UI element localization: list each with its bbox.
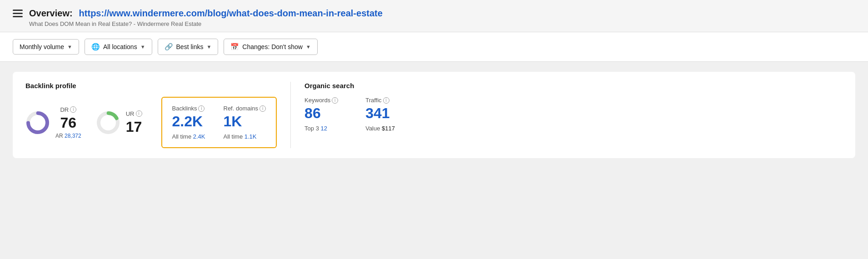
backlinks-value: 2.2K [172,114,205,130]
globe-icon: 🌐 [91,43,100,51]
chevron-down-icon: ▼ [206,44,211,50]
ur-metric: UR i 17 [96,110,142,135]
ur-values: UR i 17 [126,110,142,135]
header: Overview: https://www.windermere.com/blo… [0,0,868,32]
section-divider [290,82,291,148]
ur-donut-chart [96,110,120,135]
main-content: Backlink profile DR i 76 [0,62,868,168]
all-locations-label: All locations [103,43,137,50]
calendar-icon: 📅 [230,43,239,51]
ref-domains-info-icon[interactable]: i [259,105,266,112]
dr-sub: AR 28,372 [55,133,81,139]
keywords-metric: Keywords i 86 Top 3 12 [304,97,338,132]
backlink-metrics-row: DR i 76 AR 28,372 [25,97,277,148]
backlink-profile-section: Backlink profile DR i 76 [25,82,277,148]
keywords-label: Keywords i [304,97,338,104]
link-icon: 🔗 [165,43,173,51]
monthly-volume-button[interactable]: Monthly volume ▼ [13,39,79,55]
backlinks-alltime-value: 2.4K [193,133,205,140]
monthly-volume-label: Monthly volume [20,43,64,50]
traffic-label: Traffic i [365,97,395,104]
traffic-value-value: $117 [382,125,395,132]
chevron-down-icon: ▼ [140,44,145,50]
ur-value: 17 [126,119,142,135]
traffic-metric: Traffic i 341 Value $117 [365,97,395,132]
chevron-down-icon: ▼ [67,44,72,50]
organic-search-section: Organic search Keywords i 86 Top 3 12 [304,82,843,132]
best-links-button[interactable]: 🔗 Best links ▼ [158,39,219,55]
ref-domains-metric: Ref. domains i 1K All time 1.1K [224,105,266,140]
ur-label: UR i [126,110,142,117]
ar-value: 28,372 [65,133,81,139]
ref-domains-value: 1K [224,114,266,130]
dr-donut-chart [25,110,50,135]
hamburger-menu[interactable] [13,10,23,17]
backlinks-info-icon[interactable]: i [198,105,205,112]
traffic-value: 341 [365,105,395,121]
backlinks-refdomains-box: Backlinks i 2.2K All time 2.4K Ref. doma… [161,97,277,148]
organic-metrics-row: Keywords i 86 Top 3 12 Traffic i 341 [304,97,843,132]
page-url-link[interactable]: https://www.windermere.com/blog/what-doe… [79,8,383,19]
keywords-info-icon[interactable]: i [332,97,338,104]
keywords-value: 86 [304,105,338,121]
ref-domains-label: Ref. domains i [224,105,266,112]
all-locations-button[interactable]: 🌐 All locations ▼ [85,39,152,55]
ref-domains-alltime: All time 1.1K [224,133,266,140]
metrics-card: Backlink profile DR i 76 [13,72,855,158]
header-top: Overview: https://www.windermere.com/blo… [13,8,855,19]
changes-label: Changes: Don't show [242,43,303,50]
backlink-profile-title: Backlink profile [25,82,277,90]
changes-button[interactable]: 📅 Changes: Don't show ▼ [224,39,318,55]
traffic-sub: Value $117 [365,125,395,132]
traffic-info-icon[interactable]: i [383,97,389,104]
backlinks-metric: Backlinks i 2.2K All time 2.4K [172,105,205,140]
dr-info-icon[interactable]: i [70,106,76,113]
toolbar: Monthly volume ▼ 🌐 All locations ▼ 🔗 Bes… [0,32,868,62]
keywords-top3-value: 12 [321,125,327,132]
keywords-sub: Top 3 12 [304,125,338,132]
ur-info-icon[interactable]: i [136,110,142,117]
dr-metric: DR i 76 AR 28,372 [25,106,81,139]
dr-values: DR i 76 AR 28,372 [55,106,81,139]
best-links-label: Best links [176,43,204,50]
overview-label: Overview: [29,8,73,19]
ref-domains-alltime-value: 1.1K [244,133,257,140]
backlinks-label: Backlinks i [172,105,205,112]
chevron-down-icon: ▼ [306,44,311,50]
backlinks-alltime: All time 2.4K [172,133,205,140]
dr-label: DR i [60,106,76,113]
dr-value: 76 [60,115,77,131]
page-subtitle: What Does DOM Mean in Real Estate? - Win… [29,20,855,27]
organic-search-title: Organic search [304,82,843,90]
